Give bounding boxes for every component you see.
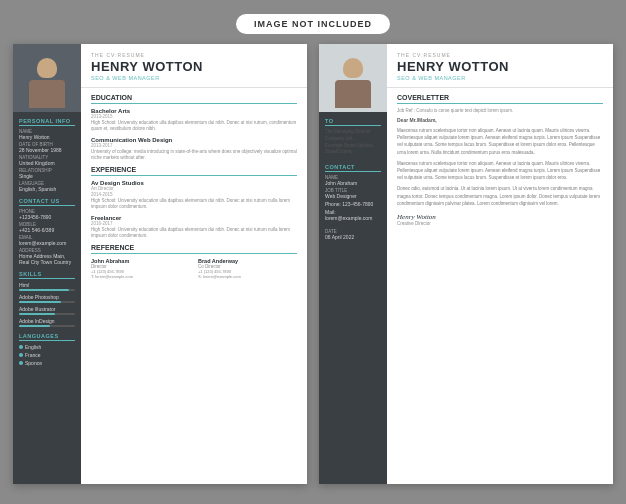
cover-letter-title: Coverletter [397, 94, 603, 104]
person-body-1 [29, 80, 65, 108]
person-body-2 [335, 80, 371, 108]
cv1-header: THE CV:RESUME HENRY WOTTON SEO & WEB MAN… [81, 44, 307, 88]
cv1-sidebar: Personal Info Name Henry Wotton Date of … [13, 44, 81, 484]
skills-title: Skills [19, 271, 75, 279]
ref-2: Brad Anderway Co Director +1 (123) 456-7… [198, 258, 297, 279]
cv-cover-card: To The Managing DirectorCompany Ltd.Exam… [319, 44, 613, 484]
personal-info-title: Personal Info [19, 118, 75, 126]
cv2-contact-title: Contact [325, 164, 381, 172]
person-silhouette-2 [328, 48, 378, 108]
cv1-info-language: Language English, Spanish [19, 181, 75, 192]
cover-para-3: Donec odio, euismod ut lacinia. Ut at la… [397, 185, 603, 207]
skill-illustrator: Adobe Illustrator [19, 306, 75, 315]
cv1-info-name: Name Henry Wotton [19, 129, 75, 140]
exp-item-1: Av Design Studios Art Director 2014-2015… [91, 180, 297, 211]
skill-photoshop: Adobe Photoshop [19, 294, 75, 303]
cv1-body: Education Bachelor Arts 2013-2015 High S… [81, 88, 307, 484]
cv1-job-title: SEO & WEB MANAGER [91, 75, 297, 81]
cover-para-1: Maecenas rutrum scelerisque tortor non a… [397, 127, 603, 156]
reference-section-title: Reference [91, 244, 297, 254]
cv2-sidebar-content: To The Managing DirectorCompany Ltd.Exam… [319, 112, 387, 484]
education-section-title: Education [91, 94, 297, 104]
cv2-body: Coverletter Job Ref : Consulo is corse q… [387, 88, 613, 484]
skill-indesign: Adobe InDesign [19, 318, 75, 327]
cv2-header: THE CV:RESUME HENRY WOTTON SEO & WEB MAN… [387, 44, 613, 88]
languages-title: Languages [19, 333, 75, 341]
cv2-to-address: The Managing DirectorCompany Ltd.Example… [325, 129, 381, 156]
cv2-to-title: To [325, 118, 381, 126]
signature-area: Henry Wotton Creative Director [397, 213, 603, 226]
signature-role: Creative Director [397, 221, 603, 226]
skill-html: Html [19, 282, 75, 291]
cv1-info-dob: Date of birth 28 November 1988 [19, 142, 75, 153]
cv2-sidebar: To The Managing DirectorCompany Ltd.Exam… [319, 44, 387, 484]
person-head-1 [37, 58, 57, 78]
cv2-job-title: SEO & WEB MANAGER [397, 75, 603, 81]
edu-item-1: Bachelor Arts 2013-2015 High School: Uni… [91, 108, 297, 133]
cv2-main: THE CV:RESUME HENRY WOTTON SEO & WEB MAN… [387, 44, 613, 484]
experience-section-title: Experience [91, 166, 297, 176]
cv-container: Personal Info Name Henry Wotton Date of … [13, 44, 613, 484]
cv2-name: HENRY WOTTON [397, 60, 603, 73]
cv-resume-card: Personal Info Name Henry Wotton Date of … [13, 44, 307, 484]
cover-para-2: Maecenas rutrum scelerisque tortor non a… [397, 160, 603, 182]
ref-1: John Abraham Director +1 (123) 456-7890 … [91, 258, 190, 279]
signature-name: Henry Wotton [397, 213, 603, 221]
cv1-name: HENRY WOTTON [91, 60, 297, 73]
image-not-included-badge: IMAGE NOT INCLUDED [236, 14, 390, 34]
contact-title: Contact Us [19, 198, 75, 206]
person-head-2 [343, 58, 363, 78]
edu-item-2: Communication Web Design 2013-2017 Unive… [91, 137, 297, 162]
greeting: Dear Mr./Madam, [397, 117, 603, 123]
cv1-photo [13, 44, 81, 112]
job-ref: Job Ref : Consulo is corse quarte text d… [397, 108, 603, 113]
cv2-photo [319, 44, 387, 112]
cv1-main: THE CV:RESUME HENRY WOTTON SEO & WEB MAN… [81, 44, 307, 484]
cv1-brand: THE CV:RESUME [91, 52, 297, 58]
cv1-sidebar-content: Personal Info Name Henry Wotton Date of … [13, 112, 81, 484]
cv1-info-nationality: Nationality United Kingdom [19, 155, 75, 166]
exp-item-2: Freelancer 2016-2017 High School: Univer… [91, 215, 297, 240]
person-silhouette-1 [22, 48, 72, 108]
cv2-brand: THE CV:RESUME [397, 52, 603, 58]
reference-grid: John Abraham Director +1 (123) 456-7890 … [91, 258, 297, 279]
cv1-info-relationship: Relationship Single [19, 168, 75, 179]
